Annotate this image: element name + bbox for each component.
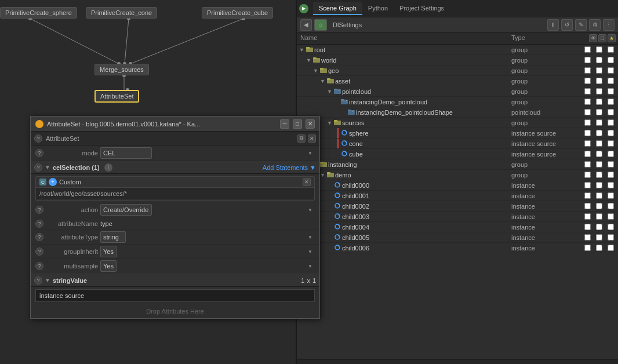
node-primitivecreate-cone[interactable]: PrimitiveCreate_cone: [86, 7, 157, 19]
row-icon: [327, 171, 334, 179]
string-help-icon[interactable]: ?: [34, 276, 42, 285]
table-row[interactable]: ▼ asset group: [297, 76, 618, 86]
attrtype-help-icon[interactable]: ?: [35, 233, 43, 241]
toolbar-edit-btn[interactable]: ✎: [575, 19, 587, 31]
panel-help-icon[interactable]: ?: [34, 134, 42, 143]
custom-close-btn[interactable]: ✕: [303, 178, 311, 186]
cel-help-icon[interactable]: ?: [34, 163, 42, 172]
table-row[interactable]: child0001 instance: [297, 191, 618, 201]
attrname-help-icon[interactable]: ?: [35, 220, 43, 228]
string-value-box[interactable]: instance source: [35, 289, 315, 302]
header-name: Name: [297, 32, 508, 44]
row-check-2[interactable]: [594, 243, 604, 253]
table-row[interactable]: sphere instance source: [297, 128, 618, 139]
multisample-select-wrapper[interactable]: YesNo: [100, 260, 315, 272]
row-icon: [341, 129, 348, 137]
table-row[interactable]: child0006 instance: [297, 243, 618, 253]
table-row[interactable]: ▼ pointcloud group: [297, 86, 618, 97]
action-help-icon[interactable]: ?: [35, 206, 43, 214]
table-row[interactable]: child0003 instance: [297, 212, 618, 222]
multisample-select[interactable]: YesNo: [100, 260, 117, 272]
tab-project-settings[interactable]: Project Settings: [394, 2, 450, 15]
table-row[interactable]: child0000 instance: [297, 180, 618, 191]
table-row[interactable]: child0005 instance: [297, 232, 618, 243]
svg-rect-17: [320, 68, 323, 70]
row-label: child0002: [342, 203, 369, 210]
attrtype-select[interactable]: stringintfloatdouble: [100, 231, 126, 243]
row-name: ▼ demo: [297, 169, 508, 181]
mode-select[interactable]: CELCEL ExpressionLocation List: [100, 147, 152, 159]
custom-plus-icon[interactable]: +: [49, 178, 57, 186]
table-row[interactable]: instancingDemo_pointcloud group: [297, 97, 618, 107]
custom-x-btn[interactable]: ✕: [303, 178, 311, 186]
attrtype-select-wrapper[interactable]: stringintfloatdouble: [100, 231, 315, 243]
node-attributeset[interactable]: AttributeSet: [94, 90, 139, 103]
toolbar-back-btn[interactable]: ◀: [300, 19, 312, 31]
window-close-btn[interactable]: ✕: [306, 119, 315, 129]
toolbar-home-btn[interactable]: ⌂: [314, 19, 327, 31]
string-expand-arrow[interactable]: ▼: [45, 277, 50, 283]
table-row[interactable]: ▼ demo group: [297, 170, 618, 180]
toolbar-more-btn[interactable]: ⋮: [603, 19, 615, 31]
expand-arrow[interactable]: ▼: [320, 172, 326, 178]
horizontal-scrollbar[interactable]: [297, 359, 618, 364]
action-select[interactable]: Create/OverrideOverrideDelete: [100, 204, 152, 216]
expand-arrow[interactable]: ▼: [313, 68, 319, 74]
cel-expand-arrow[interactable]: ▼: [45, 164, 50, 170]
table-row[interactable]: ▼ geo group: [297, 65, 618, 76]
row-type: group: [508, 76, 572, 86]
col-icon-eye[interactable]: 👁: [589, 34, 597, 42]
expand-arrow[interactable]: ▼: [320, 78, 326, 84]
groupinherit-select-wrapper[interactable]: YesNo: [100, 246, 315, 257]
row-check-3[interactable]: [605, 243, 616, 253]
table-row[interactable]: ▼ world group: [297, 55, 618, 65]
expand-arrow[interactable]: ▼: [327, 89, 333, 94]
table-row[interactable]: child0004 instance: [297, 222, 618, 232]
node-primitivecreate-sphere[interactable]: PrimitiveCreate_sphere: [0, 7, 77, 19]
string-header: ? ▼ stringValue 1 x 1: [31, 274, 319, 287]
expand-arrow[interactable]: ▼: [299, 47, 305, 53]
window-minimize-btn[interactable]: ─: [280, 119, 289, 129]
cel-info-icon[interactable]: i: [104, 163, 112, 172]
toolbar-settings-btn[interactable]: ⚙: [589, 19, 601, 31]
groupinherit-help-icon[interactable]: ?: [35, 247, 43, 256]
toolbar-pause-btn[interactable]: ⏸: [547, 19, 559, 31]
row-icon: [334, 192, 341, 200]
table-row[interactable]: cone instance source: [297, 139, 618, 149]
panel-copy-btn[interactable]: ⧉: [297, 134, 306, 143]
node-label: Merge_sources: [100, 66, 144, 73]
col-icon-star[interactable]: ★: [608, 34, 616, 42]
multisample-help-icon[interactable]: ?: [35, 262, 43, 270]
expand-arrow[interactable]: ▼: [306, 57, 312, 63]
row-type: group: [508, 65, 572, 76]
string-value-section: ? ▼ stringValue 1 x 1 instance source Dr…: [31, 274, 319, 318]
table-row[interactable]: ▼ sources group: [297, 118, 618, 128]
toolbar-refresh-btn[interactable]: ↺: [561, 19, 573, 31]
attrtype-label: attributeType: [46, 234, 98, 241]
table-row[interactable]: cube instance source: [297, 149, 618, 159]
groupinherit-select[interactable]: YesNo: [100, 246, 117, 257]
attrname-label: attributeName: [46, 220, 98, 227]
expand-arrow[interactable]: ▼: [327, 120, 333, 126]
col-icon-render[interactable]: □: [598, 34, 606, 42]
action-select-wrapper[interactable]: Create/OverrideOverrideDelete: [100, 204, 315, 216]
node-label: PrimitiveCreate_sphere: [5, 9, 72, 16]
add-statements-btn[interactable]: Add Statements ▼: [263, 164, 316, 171]
row-check-1[interactable]: [582, 243, 592, 253]
tab-scene-graph[interactable]: Scene Graph: [313, 2, 362, 15]
table-row[interactable]: instancingDemo_pointcloudShape pointclou…: [297, 107, 618, 118]
mode-select-wrapper[interactable]: CELCEL ExpressionLocation List: [100, 147, 315, 159]
table-row[interactable]: child0002 instance: [297, 201, 618, 212]
node-merge-sources[interactable]: Merge_sources: [94, 64, 149, 75]
mode-help-icon[interactable]: ?: [35, 149, 43, 157]
panel-close-btn[interactable]: ✕: [308, 134, 316, 143]
row-label: child0005: [342, 234, 369, 241]
table-row[interactable]: ▼ instancing group: [297, 159, 618, 170]
tab-python[interactable]: Python: [362, 2, 394, 15]
node-primitivecreate-cube[interactable]: PrimitiveCreate_cube: [202, 7, 273, 19]
node-graph: PrimitiveCreate_sphere PrimitiveCreate_c…: [0, 0, 296, 116]
window-maximize-btn[interactable]: □: [293, 119, 302, 129]
string-dims: 1 x 1: [301, 277, 316, 284]
svg-point-31: [342, 130, 347, 135]
table-row[interactable]: ▼ root group: [297, 45, 618, 55]
